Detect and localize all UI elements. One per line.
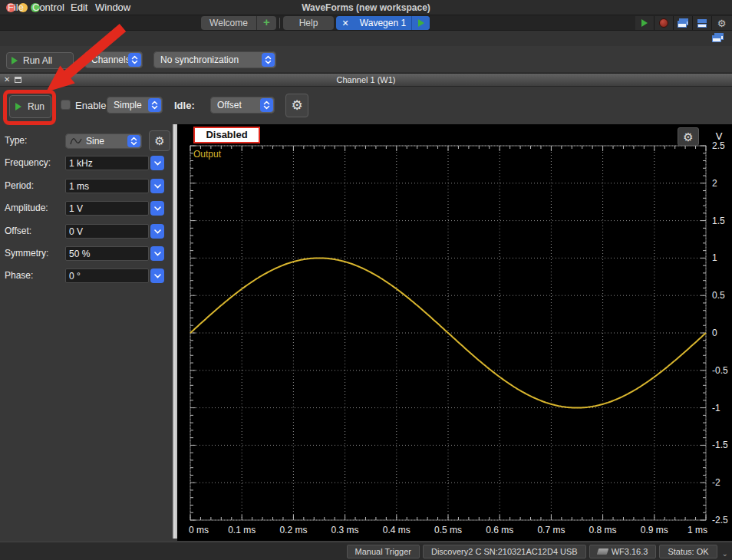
device-button[interactable]: Discovery2 C SN:210321AC12D4 USB [423, 545, 586, 558]
svg-text:2: 2 [712, 178, 717, 189]
svg-text:0.1 ms: 0.1 ms [228, 525, 256, 535]
frequency-dropdown-button[interactable] [150, 156, 164, 170]
gear-icon: ⚙ [154, 135, 164, 147]
phase-input[interactable] [65, 268, 149, 283]
global-controls: ⚙ [635, 16, 732, 30]
chevron-down-icon [154, 229, 161, 234]
tab-bar: Welcome + Help ✕ Wavegen 1 ⚙ [0, 15, 732, 31]
chevron-down-icon[interactable]: ⌄ [722, 549, 728, 558]
idle-select[interactable]: Offset [210, 97, 275, 114]
run-label: Run [28, 101, 45, 112]
idle-label: Idle: [174, 100, 195, 111]
offset-input[interactable] [65, 224, 149, 239]
run-all-button[interactable]: Run All [6, 52, 74, 69]
type-settings-button[interactable]: ⚙ [149, 130, 170, 151]
channel-settings-button[interactable]: ⚙ [285, 94, 308, 117]
frequency-label: Frequency: [5, 157, 51, 168]
frequency-input[interactable] [65, 156, 149, 170]
workspace-windows-button[interactable] [712, 33, 724, 43]
type-select[interactable]: Sine [65, 133, 142, 149]
add-tab-button[interactable]: + [256, 16, 276, 30]
amplitude-label: Amplitude: [5, 203, 48, 213]
phase-dropdown-button[interactable] [150, 268, 164, 283]
svg-text:0.4 ms: 0.4 ms [383, 525, 411, 535]
stepper-icon [262, 53, 275, 67]
global-run-button[interactable] [635, 16, 655, 30]
menu-control[interactable]: Control [32, 2, 64, 14]
period-dropdown-button[interactable] [150, 179, 164, 193]
svg-text:-0.5: -0.5 [712, 365, 728, 376]
svg-text:2.5: 2.5 [712, 140, 725, 151]
svg-text:0.9 ms: 0.9 ms [641, 525, 668, 535]
svg-text:0.5: 0.5 [712, 290, 725, 301]
offset-dropdown-button[interactable] [150, 224, 164, 239]
tile-windows-button[interactable] [693, 16, 712, 30]
close-tab-icon[interactable]: ✕ [336, 16, 354, 30]
symmetry-dropdown-button[interactable] [150, 246, 164, 261]
period-label: Period: [5, 180, 34, 191]
channels-select[interactable]: Channels [84, 51, 143, 68]
run-all-label: Run All [23, 55, 52, 66]
tab-help[interactable]: Help [283, 16, 334, 30]
svg-text:0.5 ms: 0.5 ms [434, 525, 462, 535]
svg-text:-1: -1 [712, 403, 720, 413]
play-icon [418, 19, 424, 27]
svg-text:0.2 ms: 0.2 ms [279, 525, 307, 535]
tab-wavegen[interactable]: ✕ Wavegen 1 [336, 16, 430, 30]
global-stop-button[interactable] [655, 16, 674, 30]
stepper-icon [127, 135, 140, 147]
enable-checkbox[interactable] [61, 100, 71, 110]
svg-text:-1.5: -1.5 [712, 440, 728, 450]
channel-header: ✕ Channel 1 (W1) [0, 73, 732, 87]
tile-windows-icon [697, 19, 707, 23]
stepper-icon [128, 53, 141, 67]
plot-canvas: 0 ms0.1 ms0.2 ms0.3 ms0.4 ms0.5 ms0.6 ms… [177, 124, 732, 541]
svg-text:0.8 ms: 0.8 ms [589, 525, 617, 535]
status-button[interactable]: Status: OK [659, 545, 717, 558]
phase-label: Phase: [5, 270, 33, 281]
chevron-down-icon [154, 274, 161, 278]
symmetry-label: Symmetry: [5, 248, 48, 259]
cascade-windows-button[interactable] [674, 16, 693, 30]
version-button[interactable]: WF3.16.3 [589, 545, 657, 558]
gear-icon: ⚙ [717, 18, 727, 28]
plot-settings-button[interactable]: ⚙ [678, 127, 699, 146]
global-settings-button[interactable]: ⚙ [712, 16, 731, 30]
channel-title: Channel 1 (W1) [0, 75, 732, 84]
svg-text:-2.5: -2.5 [712, 515, 728, 525]
run-tab-button[interactable] [411, 16, 430, 30]
menu-edit[interactable]: Edit [71, 2, 87, 14]
svg-text:0.6 ms: 0.6 ms [486, 525, 513, 535]
tab-welcome[interactable]: Welcome [201, 16, 256, 30]
amplitude-input[interactable] [65, 201, 149, 216]
period-input[interactable] [65, 179, 149, 193]
y-axis-unit: V [709, 130, 729, 142]
enable-label: Enable [75, 100, 106, 111]
manual-trigger-button[interactable]: Manual Trigger [347, 545, 420, 558]
menu-file[interactable]: File [8, 2, 24, 14]
symmetry-input[interactable] [65, 246, 149, 261]
type-label: Type: [5, 135, 27, 146]
tab-separator [279, 18, 280, 28]
stepper-icon [260, 98, 273, 112]
gear-icon: ⚙ [683, 131, 693, 143]
amplitude-dropdown-button[interactable] [150, 201, 164, 216]
mode-select[interactable]: Simple [107, 97, 163, 114]
svg-text:0: 0 [712, 328, 717, 338]
main-toolbar: Run All Channels No synchronization [0, 46, 732, 73]
tab-wavegen-label: Wavegen 1 [354, 16, 411, 30]
synchronization-select[interactable]: No synchronization [153, 51, 276, 68]
status-badge: Disabled [193, 127, 260, 143]
chevron-down-icon [154, 184, 161, 189]
svg-text:0 ms: 0 ms [189, 525, 209, 535]
svg-text:0.7 ms: 0.7 ms [537, 525, 565, 535]
svg-text:1: 1 [712, 252, 717, 263]
run-button[interactable]: Run [9, 95, 51, 118]
play-icon [12, 57, 18, 64]
waveform-plot[interactable]: 0 ms0.1 ms0.2 ms0.3 ms0.4 ms0.5 ms0.6 ms… [177, 124, 732, 541]
stepper-icon [148, 98, 161, 112]
menu-window[interactable]: Window [95, 2, 130, 14]
svg-text:0.3 ms: 0.3 ms [331, 525, 359, 535]
play-icon [15, 103, 21, 110]
version-icon [596, 548, 608, 555]
